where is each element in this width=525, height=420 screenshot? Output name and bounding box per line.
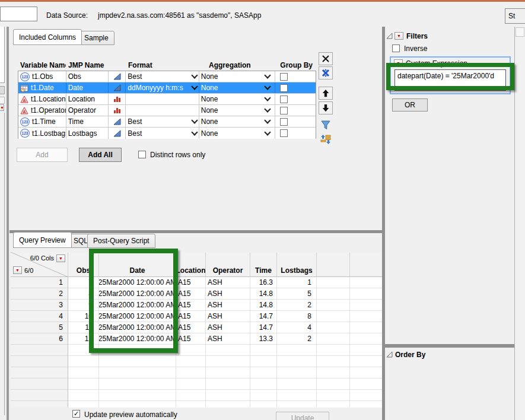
aggregation-dropdown[interactable]: None <box>199 128 275 139</box>
chevron-down-icon <box>265 83 271 90</box>
continuous-triangle-icon <box>113 84 121 91</box>
aggregation-dropdown[interactable]: None <box>199 105 275 116</box>
preview-col-operator[interactable]: Operator <box>206 264 250 277</box>
group-by-checkbox[interactable] <box>280 84 288 92</box>
tab-included-columns[interactable]: Included Columns <box>13 29 82 45</box>
variable-name: t1.Date <box>31 84 54 92</box>
rows-menu-button[interactable]: ▼ <box>13 266 22 274</box>
chevron-down-icon <box>191 129 198 135</box>
start-over-button-partial[interactable]: St <box>505 8 525 24</box>
chevron-down-icon <box>265 117 271 123</box>
group-by-checkbox[interactable] <box>280 129 288 137</box>
svg-text:A: A <box>23 97 26 103</box>
columns-menu-button[interactable]: ▼ <box>56 254 65 262</box>
jmp-name: Obs <box>68 72 81 81</box>
table-row[interactable]: 2 8 25Mar2000 12:00:00 AM A15 ASH 14.8 5 <box>11 288 384 300</box>
filter-funnel-icon <box>320 120 331 131</box>
preview-grid: 6/0 Cols ▼ ▼ 6/0 Obs Date Location Opera… <box>11 252 384 412</box>
variable-name: t1.Location <box>31 95 66 103</box>
filters-disclosure-icon[interactable] <box>386 33 393 39</box>
table-row[interactable]: 1 7 25Mar2000 12:00:00 AM A15 ASH 16.3 1 <box>11 277 384 288</box>
group-by-checkbox[interactable] <box>280 96 288 103</box>
variable-name: t1.Operator <box>31 106 66 114</box>
preview-col-lostbags[interactable]: Lostbags <box>277 264 317 277</box>
preview-col-time[interactable]: Time <box>250 264 277 277</box>
empty-row <box>11 378 384 390</box>
nominal-bars-icon <box>113 107 121 114</box>
horizontal-splitter-right[interactable] <box>385 344 515 348</box>
add-all-button[interactable]: Add All <box>79 148 122 162</box>
distinct-rows-checkbox[interactable] <box>138 151 146 158</box>
scrollbar-button[interactable] <box>516 27 524 37</box>
jmp-name: Time <box>68 117 84 126</box>
group-by-checkbox[interactable] <box>280 107 288 114</box>
tab-sample[interactable]: Sample <box>78 31 114 45</box>
chevron-down-icon <box>265 72 271 78</box>
order-by-title: Order By <box>395 351 425 359</box>
update-auto-checkbox[interactable] <box>72 410 80 418</box>
aggregation-dropdown[interactable]: None <box>199 116 275 127</box>
column-row-time[interactable]: 123 t1.Time Time Best None <box>18 116 316 128</box>
aggregation-dropdown[interactable]: None <box>199 94 275 104</box>
table-row[interactable]: 3 9 25Mar2000 12:00:00 AM A15 ASH 14.8 2 <box>11 300 384 311</box>
columns-count-label: 6/0 Cols <box>30 254 54 262</box>
row-number: 5 <box>11 322 68 333</box>
inverse-checkbox[interactable] <box>392 44 400 52</box>
empty-row <box>11 367 384 378</box>
update-button[interactable]: Update <box>276 412 329 420</box>
column-row-location[interactable]: A t1.Location Location None <box>18 94 316 105</box>
move-down-button[interactable] <box>319 101 333 114</box>
aggregation-dropdown[interactable]: None <box>199 71 275 82</box>
vertical-splitter-left[interactable] <box>7 27 9 420</box>
format-dropdown[interactable]: ddMonyyyy h:m:s <box>126 82 199 93</box>
data-source-label: Data Source: <box>46 11 88 20</box>
format-dropdown[interactable]: Best <box>126 71 199 82</box>
continuous-triangle-icon <box>113 130 121 137</box>
scrollbar-track[interactable] <box>515 27 525 420</box>
chevron-down-icon <box>191 72 198 78</box>
remove-all-icon <box>321 68 330 78</box>
empty-row <box>11 390 384 401</box>
aggregation-dropdown[interactable]: None <box>199 82 275 93</box>
preview-col-location[interactable]: Location <box>176 264 206 277</box>
col-header-group-by: Group By <box>276 60 316 71</box>
numeric-123-icon: 123 <box>20 129 30 138</box>
group-by-checkbox[interactable] <box>280 118 288 126</box>
variable-name: t1.Time <box>32 117 56 126</box>
query-builder-window: Data Source: jmpdev2.na.sas.com:48561 as… <box>0 0 525 420</box>
order-by-disclosure-icon[interactable] <box>386 351 393 358</box>
inverse-label: Inverse <box>404 44 427 53</box>
row-number: 2 <box>11 288 68 300</box>
filter-button[interactable] <box>319 119 333 132</box>
column-row-operator[interactable]: A t1.Operator Operator None <box>18 105 316 116</box>
remove-all-columns-button[interactable] <box>319 66 333 79</box>
format-dropdown[interactable]: Best <box>126 128 199 139</box>
update-auto-label: Update preview automatically <box>84 411 177 419</box>
tab-query-preview[interactable]: Query Preview <box>13 232 72 248</box>
delete-column-button[interactable] <box>319 52 333 65</box>
table-row[interactable]: 5 11 25Mar2000 12:00:00 AM A15 ASH 14.7 … <box>11 322 384 333</box>
tab-post-query-script[interactable]: Post-Query Script <box>87 234 155 248</box>
tab-label: Query Preview <box>19 236 66 244</box>
group-by-checkbox[interactable] <box>280 73 288 81</box>
add-button[interactable]: Add <box>17 148 68 162</box>
vertical-splitter-main[interactable] <box>382 27 385 420</box>
column-row-lostbags[interactable]: 123 t1.Lostbags Lostbags Best None <box>18 128 316 139</box>
left-box-fragment <box>0 97 5 104</box>
format-dropdown[interactable]: Best <box>126 116 199 127</box>
distinct-rows-label: Distinct rows only <box>150 151 205 159</box>
row-number: 6 <box>11 333 68 345</box>
table-row[interactable]: 4 10 25Mar2000 12:00:00 AM A15 ASH 14.7 … <box>11 311 384 322</box>
jmp-name: Location <box>68 95 95 103</box>
svg-text:A: A <box>23 109 26 114</box>
table-row[interactable]: 6 12 25Mar2000 12:00:00 AM A15 ASH 13.3 … <box>11 333 384 345</box>
variable-name: t1.Obs <box>32 72 53 81</box>
move-up-button[interactable] <box>319 87 333 100</box>
column-row-obs[interactable]: 123 t1.Obs Obs Best None <box>18 71 316 82</box>
column-row-date[interactable]: t1.Date Date ddMonyyyy h:m:s None <box>18 82 316 94</box>
filters-menu-button[interactable]: ▼ <box>394 32 403 40</box>
table-name-input[interactable] <box>0 7 37 21</box>
order-columns-button[interactable] <box>319 133 333 146</box>
or-button[interactable]: OR <box>392 98 428 112</box>
left-panel-edge <box>4 113 5 415</box>
